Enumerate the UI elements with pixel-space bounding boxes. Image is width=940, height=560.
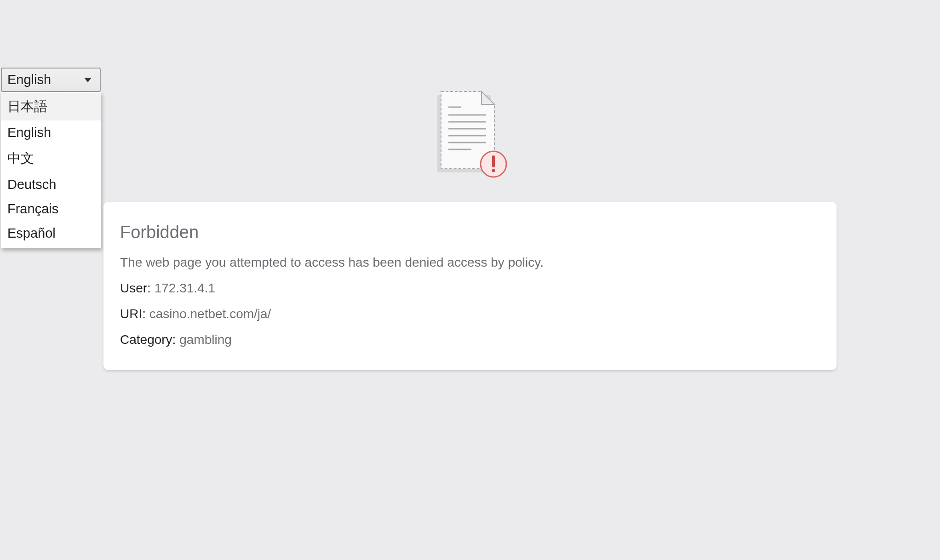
card-uri-row: URI: casino.netbet.com/ja/ [120,307,820,321]
svg-point-10 [492,169,495,172]
user-value: 172.31.4.1 [155,281,215,295]
language-select-value: English [7,72,51,87]
language-dropdown: 日本語 English 中文 Deutsch Français Español [1,92,101,248]
forbidden-card: Forbidden The web page you attempted to … [103,202,837,370]
card-user-row: User: 172.31.4.1 [120,281,820,296]
uri-value: casino.netbet.com/ja/ [149,307,271,321]
card-message: The web page you attempted to access has… [120,255,820,270]
language-option-english[interactable]: English [1,120,101,145]
chevron-down-icon [84,78,92,82]
language-option-japanese[interactable]: 日本語 [1,93,101,120]
user-label: User: [120,281,151,295]
language-option-german[interactable]: Deutsch [1,172,101,197]
content-area: Forbidden The web page you attempted to … [103,0,837,560]
language-option-spanish[interactable]: Español [1,221,101,246]
forbidden-page-icon [103,0,837,176]
language-select[interactable]: English [1,68,101,92]
card-title: Forbidden [120,223,820,242]
language-option-french[interactable]: Français [1,197,101,221]
language-option-chinese[interactable]: 中文 [1,145,101,172]
category-value: gambling [179,332,232,347]
category-label: Category: [120,332,176,347]
card-category-row: Category: gambling [120,332,820,347]
uri-label: URI: [120,307,146,321]
